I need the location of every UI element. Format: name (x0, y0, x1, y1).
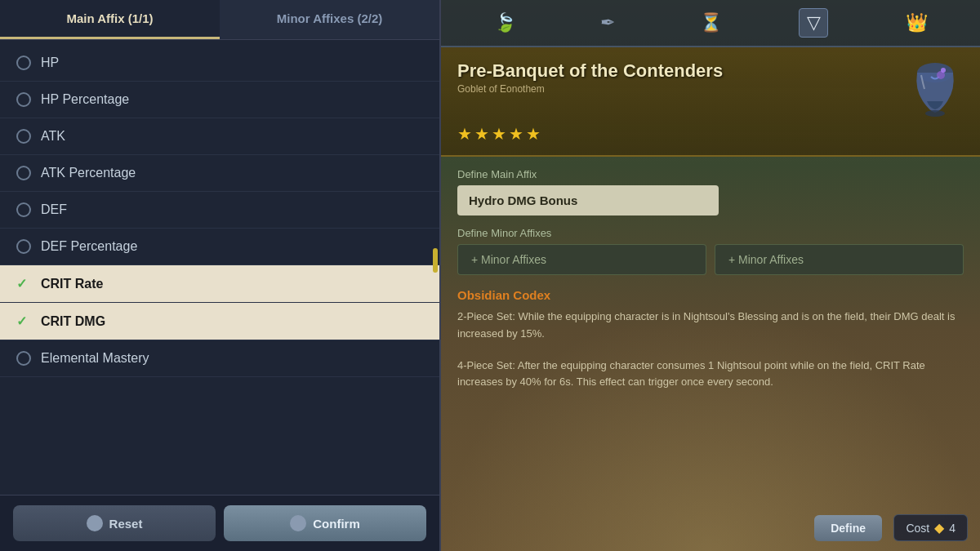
radio-hp (16, 56, 31, 70)
list-item[interactable]: HP Percentage (0, 82, 439, 118)
radio-def (16, 202, 31, 217)
main-affix-label: Define Main Affix (457, 168, 964, 180)
label-hp: HP (41, 56, 59, 70)
item-title-row: Pre-Banquet of the Contenders Goblet of … (457, 60, 964, 118)
cost-value: 4 (949, 522, 956, 535)
tab-icon-goblet[interactable]: ▽ (799, 8, 828, 38)
label-crit-dmg: CRIT DMG (41, 314, 105, 329)
list-item[interactable]: ATK Percentage (0, 155, 439, 192)
radio-atk-pct (16, 166, 31, 180)
star-2: ★ (474, 124, 489, 144)
svg-point-3 (941, 68, 946, 73)
item-name: Pre-Banquet of the Contenders (457, 60, 723, 82)
stars-row: ★ ★ ★ ★ ★ (457, 124, 964, 144)
tab-minor-affixes[interactable]: Minor Affixes (2/2) (220, 0, 439, 39)
svg-point-1 (925, 110, 945, 117)
label-def-pct: DEF Percentage (41, 239, 137, 254)
item-content: Define Main Affix Hydro DMG Bonus Define… (441, 157, 980, 551)
item-subtitle: Goblet of Eonothem (457, 83, 723, 95)
tab-icon-leaf[interactable]: 🍃 (490, 8, 519, 38)
list-item[interactable]: DEF (0, 192, 439, 229)
bottom-buttons: Reset Confirm (0, 495, 439, 551)
cost-bar: Cost ◆ 4 (893, 514, 968, 541)
minor-affix-btn-1[interactable]: + Minor Affixes (457, 244, 706, 275)
scrollbar[interactable] (433, 248, 438, 273)
item-header: Pre-Banquet of the Contenders Goblet of … (441, 47, 980, 157)
star-1: ★ (457, 124, 472, 144)
label-atk-pct: ATK Percentage (41, 166, 136, 180)
goblet-icon (906, 60, 964, 118)
cost-label: Cost (906, 522, 929, 535)
reset-button[interactable]: Reset (13, 505, 216, 541)
list-item-crit-rate[interactable]: ✓ CRIT Rate (0, 265, 439, 303)
star-4: ★ (509, 124, 523, 144)
confirm-icon (290, 515, 306, 531)
define-button[interactable]: Define (814, 515, 882, 541)
right-panel: 🍃 ✒ ⏳ ▽ 👑 Pre-Banquet of the Contenders … (441, 0, 980, 551)
label-atk: ATK (41, 129, 65, 144)
list-item-crit-dmg[interactable]: ✓ CRIT DMG (0, 303, 439, 340)
star-3: ★ (492, 124, 506, 144)
label-def: DEF (41, 202, 67, 217)
tab-icon-pen[interactable]: ✒ (593, 8, 622, 38)
confirm-button[interactable]: Confirm (224, 505, 426, 541)
label-elemental-mastery: Elemental Mastery (41, 351, 149, 366)
star-5: ★ (526, 124, 541, 144)
set-desc-2piece: 2-Piece Set: While the equipping charact… (457, 309, 964, 343)
list-item[interactable]: HP (0, 45, 439, 82)
radio-hp-pct (16, 92, 31, 107)
top-tab-icons: 🍃 ✒ ⏳ ▽ 👑 (441, 0, 980, 47)
tab-icon-hourglass[interactable]: ⏳ (696, 8, 725, 38)
tab-icon-crown[interactable]: 👑 (902, 8, 931, 38)
set-desc-4piece: 4-Piece Set: After the equipping charact… (457, 358, 964, 392)
radio-elemental-mastery (16, 351, 31, 366)
minor-affix-btn-2[interactable]: + Minor Affixes (715, 244, 964, 275)
radio-atk (16, 129, 31, 144)
radio-def-pct (16, 239, 31, 254)
label-hp-pct: HP Percentage (41, 92, 129, 107)
tab-main-affix[interactable]: Main Affix (1/1) (0, 0, 220, 39)
list-item[interactable]: DEF Percentage (0, 229, 439, 265)
checkmark-crit-rate: ✓ (16, 276, 31, 291)
affix-list: HP HP Percentage ATK ATK Percentage DEF … (0, 40, 439, 495)
checkmark-crit-dmg: ✓ (16, 313, 31, 329)
cost-gem-icon: ◆ (934, 520, 944, 535)
tab-bar: Main Affix (1/1) Minor Affixes (2/2) (0, 0, 439, 40)
main-affix-value[interactable]: Hydro DMG Bonus (457, 185, 719, 216)
list-item[interactable]: Elemental Mastery (0, 340, 439, 377)
set-name: Obsidian Codex (457, 288, 964, 302)
label-crit-rate: CRIT Rate (41, 277, 103, 291)
reset-icon (87, 515, 103, 531)
minor-affix-label: Define Minor Affixes (457, 227, 964, 239)
minor-affix-row: + Minor Affixes + Minor Affixes (457, 244, 964, 275)
left-panel: Main Affix (1/1) Minor Affixes (2/2) HP … (0, 0, 441, 551)
list-item[interactable]: ATK (0, 118, 439, 155)
item-title-block: Pre-Banquet of the Contenders Goblet of … (457, 60, 723, 95)
